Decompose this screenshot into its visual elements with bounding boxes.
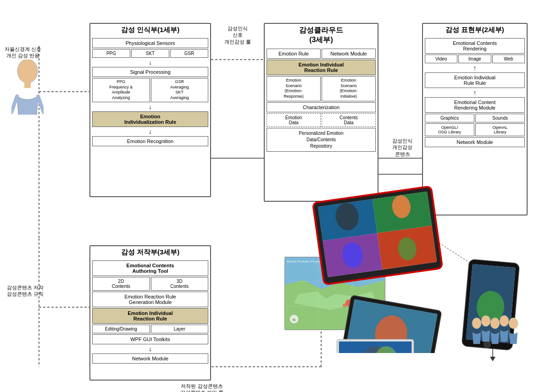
cloud-section: 감성클라우드(3세부) Emotion Rule Network Module … <box>264 23 378 202</box>
annotation-top-middle: 감성인식 신호 개인감성 룰 <box>215 25 261 45</box>
openal-box: OpenALLibrary <box>475 123 525 136</box>
svg-rect-21 <box>24 82 31 88</box>
svg-marker-68 <box>490 357 495 361</box>
main-diagram: 자율신경계 신호 개인 감성 반응 감성콘텐츠 저작 감성콘텐츠 규칙 감성 인… <box>0 0 534 392</box>
annotation-right-cloud: 감성인식 개인감성 콘텐츠 <box>382 138 423 157</box>
opengl-box: OpenGL/OSG Library <box>425 123 474 136</box>
video-box: Video <box>425 55 457 63</box>
repository-box: Personalized EmotionData/ContentsReposit… <box>267 128 376 152</box>
annotation-left-top: 자율신경계 신호 개인 감성 반응 <box>2 46 44 59</box>
authoring-section: 감성 저작부(3세부) Emotional ContentsAuthoring … <box>89 245 211 381</box>
ppg-box: PPG <box>92 49 130 58</box>
characterization-box: Characterization <box>267 102 376 112</box>
svg-text:N: N <box>293 318 295 322</box>
layer-box: Layer <box>151 325 209 333</box>
ppg-freq-box: PPGFrequency &AmplitudeAnalyzing <box>92 78 150 102</box>
gsr-avg-box: GSRAveragingSKTAveraging <box>151 78 209 102</box>
emotional-contents-rendering-box: Emotional ContentsRendering <box>425 38 525 54</box>
svg-point-20 <box>17 60 38 83</box>
emotion-rule-box: Emotion Rule <box>267 49 321 59</box>
svg-point-63 <box>481 315 490 326</box>
emotion-individual-rule-box: Emotion IndividualRule Rule <box>425 72 525 88</box>
emotional-content-rendering-module-box: Emotional ContentRendering Module <box>425 97 525 113</box>
sounds-box: Sounds <box>475 114 525 122</box>
gsr-box: GSR <box>170 49 208 58</box>
authoring-emotion-individual-box: Emotion IndividualReaction Rule <box>92 308 208 324</box>
graphics-box: Graphics <box>425 114 474 122</box>
person-icon <box>11 60 44 115</box>
authoring-title-kr: 감성 저작부(3세부) <box>90 246 210 259</box>
emotion-scenario-initiative-box: EmotionScenario(Emotion-Initiative) <box>322 76 376 101</box>
contents-2d-box: 2DContents <box>92 277 150 291</box>
persons-group <box>470 312 525 369</box>
svg-point-66 <box>509 318 518 329</box>
persons-group-svg <box>470 312 525 367</box>
recognition-section: 감성 인식부(1세부) Physiological Sensors PPG SK… <box>89 23 211 197</box>
expression-title-kr: 감성 표현부(2세부) <box>423 24 527 36</box>
emotion-individual-reaction-box: Emotion IndividualReaction Rule <box>267 60 376 75</box>
cloud-title-kr: 감성클라우드(3세부) <box>265 24 378 47</box>
contents-data-box: ContentsData <box>322 113 376 127</box>
skt-box: SKT <box>131 49 169 58</box>
wpf-box: WPF GUI Toolkits <box>92 334 208 344</box>
svg-point-64 <box>490 318 500 329</box>
editing-box: Editing/Drawing <box>92 325 150 333</box>
authoring-network-module-box: Network Module <box>92 353 208 364</box>
annotation-left-bottom: 감성콘텐츠 저작 감성콘텐츠 규칙 <box>2 284 48 298</box>
emotion-recognition-box: Emotion Recognition <box>92 136 208 146</box>
reaction-rule-box: Emotion Reaction RuleGeneration Module <box>92 292 208 307</box>
web-box: Web <box>492 55 525 63</box>
emotion-individualization-box: EmotionIndividualization Rule <box>92 111 208 127</box>
signal-processing-box: Signal Processing <box>92 67 208 77</box>
recognition-title-kr: 감성 인식부(1세부) <box>90 24 210 36</box>
image-box: Image <box>458 55 491 63</box>
physiological-sensors-box: Physiological Sensors <box>92 38 208 48</box>
annotation-bottom-authoring: 저작된 감성콘텐츠 감성콘텐츠 개인 룰 <box>156 383 248 392</box>
svg-point-65 <box>500 315 509 326</box>
authoring-tool-box: Emotional ContentsAuthoring Tool <box>92 260 208 276</box>
contents-3d-box: 3DContents <box>151 277 209 291</box>
expression-network-module-box: Network Module <box>425 137 525 147</box>
emotion-scenario-response-box: EmotionScenario(Emotion-Response) <box>267 76 321 101</box>
emotion-data-box: EmotionData <box>267 113 321 127</box>
network-module-top-box: Network Module <box>322 49 376 59</box>
person-figure <box>11 60 44 116</box>
svg-point-62 <box>472 318 481 329</box>
